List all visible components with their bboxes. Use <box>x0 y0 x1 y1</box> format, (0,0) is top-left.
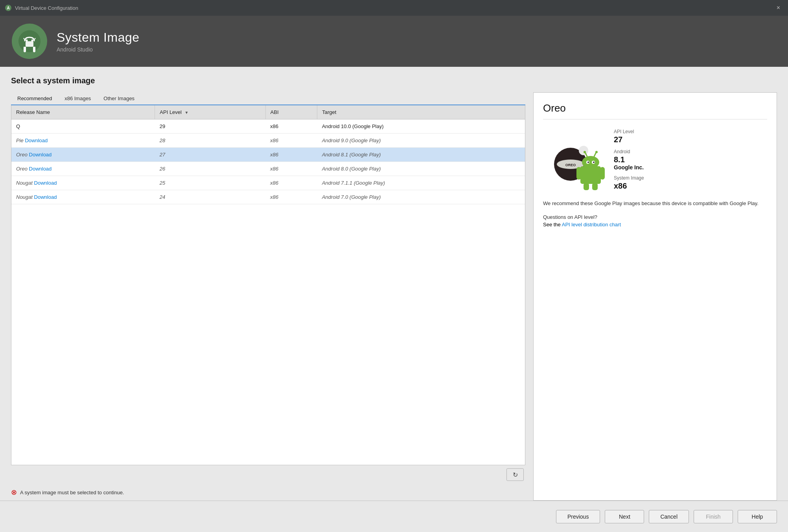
info-grid: API Level 27 Android 8.1 Google Inc. Sys… <box>614 129 644 191</box>
table-footer: ↻ <box>11 465 525 484</box>
api-level-cell: 25 <box>155 176 265 190</box>
svg-point-19 <box>593 161 595 163</box>
error-icon: ⊗ <box>11 488 17 497</box>
android-studio-icon: A <box>5 4 12 11</box>
system-image-info: System Image x86 <box>614 175 644 191</box>
tab-otherimages[interactable]: Other Images <box>97 92 141 105</box>
refresh-button[interactable]: ↻ <box>506 468 524 481</box>
api-see-row: See the API level distribution chart <box>543 222 767 227</box>
api-level-cell: 26 <box>155 162 265 176</box>
header-text: System Image Android Studio <box>57 30 140 53</box>
svg-point-13 <box>584 151 586 153</box>
android-label: Android <box>614 149 644 154</box>
target-cell: Android 9.0 (Google Play) <box>317 134 525 148</box>
abi-cell: x86 <box>265 190 317 204</box>
api-level-info: API Level 27 <box>614 129 644 144</box>
title-bar: A Virtual Device Configuration × <box>0 0 788 16</box>
oreo-mascot: OREO <box>543 129 606 192</box>
title-text: Virtual Device Configuration <box>15 5 78 11</box>
download-link[interactable]: Download <box>29 152 52 158</box>
api-level-cell: 27 <box>155 148 265 162</box>
download-link[interactable]: Download <box>29 166 52 172</box>
header: System Image Android Studio <box>0 16 788 67</box>
android-value: 8.1 <box>614 155 644 164</box>
abi-cell: x86 <box>265 134 317 148</box>
recommend-text: We recommend these Google Play images be… <box>543 200 767 208</box>
api-question: Questions on API level? <box>543 214 767 220</box>
table-container: Release Name API Level ▼ ABI Target <box>11 105 525 465</box>
svg-rect-10 <box>580 166 601 184</box>
api-level-cell: 24 <box>155 190 265 204</box>
table-row[interactable]: Oreo Download 27 x86 Android 8.1 (Google… <box>11 148 525 162</box>
svg-rect-5 <box>26 41 33 47</box>
abi-cell: x86 <box>265 162 317 176</box>
api-level-chart-link[interactable]: API level distribution chart <box>562 222 621 227</box>
download-link[interactable]: Download <box>34 194 57 200</box>
abi-cell: x86 <box>265 119 317 134</box>
target-cell: Android 8.0 (Google Play) <box>317 162 525 176</box>
vendor-value: Google Inc. <box>614 164 644 171</box>
system-image-table: Release Name API Level ▼ ABI Target <box>11 105 525 204</box>
section-title: Select a system image <box>11 76 777 85</box>
header-subtitle: Android Studio <box>57 46 140 53</box>
android-logo-icon <box>18 29 41 53</box>
svg-rect-20 <box>576 167 581 180</box>
content-layout: Recommended x86 Images Other Images Rele… <box>11 92 777 501</box>
tab-x86images[interactable]: x86 Images <box>58 92 97 105</box>
table-row[interactable]: Nougat Download 25 x86 Android 7.1.1 (Go… <box>11 176 525 190</box>
system-image-label: System Image <box>614 175 644 181</box>
table-header: Release Name API Level ▼ ABI Target <box>11 105 525 119</box>
svg-text:A: A <box>7 6 9 10</box>
error-message: ⊗ A system image must be selected to con… <box>11 484 525 501</box>
target-cell: Android 8.1 (Google Play) <box>317 148 525 162</box>
target-cell: Android 7.1.1 (Google Play) <box>317 176 525 190</box>
target-cell: Android 10.0 (Google Play) <box>317 119 525 134</box>
col-target: Target <box>317 105 525 119</box>
col-api-level[interactable]: API Level ▼ <box>155 105 265 119</box>
header-logo <box>12 24 47 59</box>
table-row[interactable]: Pie Download 28 x86 Android 9.0 (Google … <box>11 134 525 148</box>
release-name-cell: Nougat Download <box>11 176 155 190</box>
release-name-cell: Oreo Download <box>11 148 155 162</box>
finish-button[interactable]: Finish <box>694 510 733 523</box>
svg-point-4 <box>31 40 33 42</box>
svg-point-9 <box>579 146 588 155</box>
tabs: Recommended x86 Images Other Images <box>11 92 525 105</box>
svg-line-14 <box>594 152 596 156</box>
cancel-button[interactable]: Cancel <box>649 510 689 523</box>
help-button[interactable]: Help <box>738 510 777 523</box>
release-name-cell: Oreo Download <box>11 162 155 176</box>
api-level-label: API Level <box>614 129 644 134</box>
error-text: A system image must be selected to conti… <box>20 490 124 495</box>
tab-recommended[interactable]: Recommended <box>11 92 58 105</box>
download-link[interactable]: Download <box>34 180 57 186</box>
svg-point-15 <box>595 151 598 153</box>
svg-point-18 <box>587 161 589 163</box>
main-content: Select a system image Recommended x86 Im… <box>0 67 788 501</box>
api-level-cell: 29 <box>155 119 265 134</box>
title-bar-left: A Virtual Device Configuration <box>5 4 78 11</box>
sort-icon: ▼ <box>185 110 189 115</box>
abi-cell: x86 <box>265 176 317 190</box>
svg-rect-23 <box>592 183 598 190</box>
svg-rect-22 <box>584 183 589 190</box>
col-abi: ABI <box>265 105 317 119</box>
system-image-value: x86 <box>614 182 644 191</box>
table-row[interactable]: Oreo Download 26 x86 Android 8.0 (Google… <box>11 162 525 176</box>
svg-rect-21 <box>600 167 605 180</box>
svg-text:OREO: OREO <box>565 163 576 167</box>
abi-cell: x86 <box>265 148 317 162</box>
target-cell: Android 7.0 (Google Play) <box>317 190 525 204</box>
oreo-image-row: OREO <box>543 129 767 192</box>
table-row[interactable]: Q 29 x86 Android 10.0 (Google Play) <box>11 119 525 134</box>
previous-button[interactable]: Previous <box>556 510 600 523</box>
col-release-name: Release Name <box>11 105 155 119</box>
mascot-svg: OREO <box>543 129 606 192</box>
download-link[interactable]: Download <box>25 138 48 143</box>
side-panel-title: Oreo <box>543 102 767 119</box>
api-see-text: See the <box>543 222 562 227</box>
table-row[interactable]: Nougat Download 24 x86 Android 7.0 (Goog… <box>11 190 525 204</box>
next-button[interactable]: Next <box>605 510 644 523</box>
api-level-cell: 28 <box>155 134 265 148</box>
close-button[interactable]: × <box>773 3 783 13</box>
